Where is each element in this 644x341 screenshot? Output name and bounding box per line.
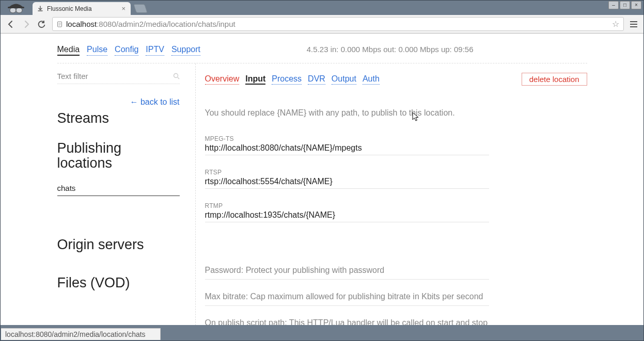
option-maxbitrate[interactable]: Max bitrate: Cap maximum allowed for pub…	[205, 280, 489, 306]
section-publishing[interactable]: Publishing locations	[57, 141, 180, 171]
bookmark-star-icon[interactable]: ☆	[612, 19, 619, 29]
browser-toolbar: localhost:8080/admin2/media/location/cha…	[1, 15, 643, 34]
filter-placeholder: Text filter	[57, 72, 88, 80]
nav-pulse[interactable]: Pulse	[87, 45, 107, 56]
new-tab-button[interactable]	[133, 4, 148, 13]
favicon-icon	[37, 5, 44, 12]
url-text: localhost:8080/admin2/media/location/cha…	[66, 20, 235, 28]
app-header: Media Pulse Config IPTV Support 4.5.23 i…	[57, 45, 587, 63]
incognito-icon	[6, 2, 26, 15]
tab-input[interactable]: Input	[245, 74, 265, 85]
url-block-rtmp: RTMP rtmp://localhost:1935/chats/{NAME}	[205, 202, 489, 222]
tab-dvr[interactable]: DVR	[308, 74, 325, 85]
option-onpublish[interactable]: On publish script path: This HTTP/Lua ha…	[205, 306, 489, 325]
svg-point-0	[10, 8, 16, 13]
url-value[interactable]: http://localhost:8080/chats/{NAME}/mpegt…	[205, 143, 489, 153]
tab-process[interactable]: Process	[272, 74, 302, 85]
publish-hint: You should replace {NAME} with any path,…	[205, 108, 587, 118]
nav-config[interactable]: Config	[115, 45, 138, 56]
section-files[interactable]: Files (VOD)	[57, 275, 180, 291]
back-to-list-link[interactable]: ← back to list	[130, 98, 179, 106]
filter-input[interactable]: Text filter	[57, 72, 180, 84]
search-icon	[173, 73, 180, 79]
url-label: RTSP	[205, 169, 489, 176]
header-status: 4.5.23 in: 0.000 Mbps out: 0.000 Mbps up…	[307, 45, 474, 54]
url-block-mpegts: MPEG-TS http://localhost:8080/chats/{NAM…	[205, 135, 489, 155]
tabstrip: Flussonic Media ×	[1, 1, 643, 15]
maximize-button[interactable]: □	[620, 1, 630, 9]
back-button[interactable]	[6, 19, 16, 29]
tab-close-icon[interactable]: ×	[121, 5, 125, 12]
nav-media[interactable]: Media	[57, 45, 80, 56]
reload-button[interactable]	[37, 19, 47, 29]
browser-tab[interactable]: Flussonic Media ×	[33, 2, 131, 15]
url-value[interactable]: rtmp://localhost:1935/chats/{NAME}	[205, 210, 489, 220]
browser-window: – □ × Flussonic Media ×	[0, 0, 644, 341]
address-bar[interactable]: localhost:8080/admin2/media/location/cha…	[52, 17, 624, 31]
svg-point-4	[174, 74, 178, 78]
nav-support[interactable]: Support	[171, 45, 200, 56]
url-block-rtsp: RTSP rtsp://localhost:5554/chats/{NAME}	[205, 169, 489, 189]
forward-button[interactable]	[21, 19, 32, 29]
location-item-chats[interactable]: chats	[57, 181, 180, 196]
svg-rect-2	[8, 7, 24, 8]
url-value[interactable]: rtsp://localhost:5554/chats/{NAME}	[205, 177, 489, 186]
sidebar: Text filter ← back to list Streams Publi…	[57, 63, 196, 325]
minimize-button[interactable]: –	[608, 1, 619, 9]
browser-status-bar: localhost:8080/admin2/media/location/cha…	[1, 328, 161, 340]
header-nav: Media Pulse Config IPTV Support	[57, 45, 200, 56]
main-panel: Overview Input Process DVR Output Auth d…	[196, 63, 587, 325]
nav-iptv[interactable]: IPTV	[146, 45, 164, 56]
close-window-button[interactable]: ×	[631, 1, 641, 9]
window-controls: – □ ×	[608, 1, 641, 9]
option-password[interactable]: Password: Protect your publishing with p…	[205, 253, 489, 280]
url-label: RTMP	[205, 202, 489, 209]
page-icon	[57, 21, 63, 27]
section-origin[interactable]: Origin servers	[57, 237, 180, 253]
detail-tabs: Overview Input Process DVR Output Auth	[205, 74, 380, 85]
tab-title: Flussonic Media	[47, 5, 118, 12]
delete-location-button[interactable]: delete location	[522, 73, 587, 86]
svg-point-1	[16, 8, 22, 13]
tab-output[interactable]: Output	[332, 74, 356, 85]
tab-auth[interactable]: Auth	[363, 74, 380, 85]
tab-overview[interactable]: Overview	[205, 74, 240, 85]
url-label: MPEG-TS	[205, 135, 489, 142]
page-viewport: Media Pulse Config IPTV Support 4.5.23 i…	[1, 34, 643, 325]
browser-menu-button[interactable]	[629, 20, 638, 28]
section-streams[interactable]: Streams	[57, 111, 180, 126]
